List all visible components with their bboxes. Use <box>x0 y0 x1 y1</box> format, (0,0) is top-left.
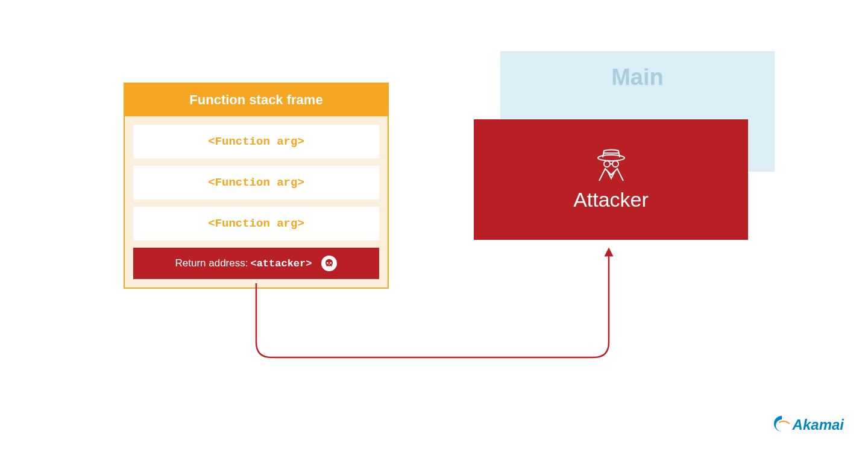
akamai-logo-text: Akamai <box>793 416 844 433</box>
function-arg-row: <Function arg> <box>133 166 379 199</box>
svg-point-3 <box>612 161 618 167</box>
svg-point-2 <box>604 161 610 167</box>
attacker-label: Attacker <box>573 188 649 212</box>
spy-icon <box>593 148 629 184</box>
return-label: Return address: <box>175 257 248 269</box>
attacker-box: Attacker <box>474 119 748 240</box>
function-arg-row: <Function arg> <box>133 207 379 240</box>
function-arg-row: <Function arg> <box>133 125 379 159</box>
flow-arrow <box>247 240 621 366</box>
svg-point-0 <box>598 155 624 161</box>
akamai-wave-icon <box>772 415 791 435</box>
stack-header: Function stack frame <box>125 84 388 116</box>
main-label: Main <box>611 64 664 90</box>
akamai-logo: Akamai <box>772 415 844 435</box>
